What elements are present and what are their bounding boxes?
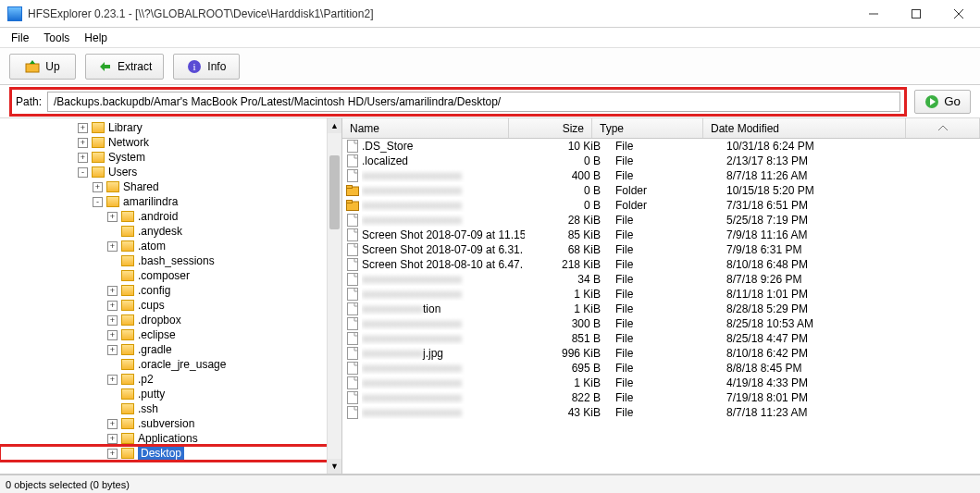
go-icon (924, 94, 939, 109)
tree-node[interactable]: .oracle_jre_usage (0, 357, 341, 372)
table-row[interactable]: xxxxxxxxxxxxxxxxxx34 BFile8/7/18 9:26 PM (342, 272, 980, 287)
tree-node[interactable]: .putty (0, 387, 341, 401)
table-row[interactable]: xxxxxxxxxxxxxxxxxx0 BFolder10/15/18 5:20… (342, 183, 980, 198)
maximize-icon (912, 9, 921, 18)
expand-icon[interactable]: + (107, 419, 118, 429)
table-row[interactable]: .localized0 BFile2/13/17 8:13 PM (342, 154, 980, 168)
tree-node[interactable]: +.p2 (0, 372, 341, 387)
folder-icon (121, 211, 134, 222)
expand-icon[interactable]: + (78, 138, 88, 148)
column-sort-indicator[interactable] (906, 118, 980, 138)
tree-node[interactable]: -Users (0, 165, 341, 179)
table-row[interactable]: Screen Shot 2018-08-10 at 6.47.218 KiBFi… (342, 257, 980, 272)
table-row[interactable]: xxxxxxxxxxxj.jpg996 KiBFile8/10/18 6:42 … (342, 346, 980, 361)
file-date: 7/31/18 6:51 PM (719, 199, 980, 212)
expand-icon[interactable]: + (93, 182, 103, 192)
go-button[interactable]: Go (914, 90, 971, 114)
file-name: xxxxxxxxxxxxxxxxxx (362, 214, 525, 227)
tree-node[interactable]: -amarilindra (0, 194, 341, 209)
table-row[interactable]: xxxxxxxxxxxxxxxxxx1 KiBFile8/11/18 1:01 … (342, 287, 980, 302)
table-row[interactable]: xxxxxxxxxxxxxxxxxx851 BFile8/25/18 4:47 … (342, 331, 980, 346)
expand-icon[interactable]: + (107, 241, 118, 252)
path-highlight-annotation: Path: (9, 87, 907, 117)
expand-icon[interactable]: + (107, 212, 118, 222)
tree-node[interactable]: +Desktop (0, 446, 341, 461)
table-row[interactable]: xxxxxxxxxxxxxxxxxx28 KiBFile5/25/18 7:19… (342, 213, 980, 228)
up-icon (25, 59, 40, 74)
scroll-thumb[interactable] (329, 155, 340, 229)
tree-node[interactable]: +Network (0, 135, 341, 150)
tree-node[interactable]: .anydesk (0, 224, 341, 239)
tree-node[interactable]: +.dropbox (0, 313, 341, 327)
tree-node[interactable]: +.eclipse (0, 327, 341, 342)
tree-scrollbar[interactable]: ▲ ▼ (327, 118, 341, 474)
close-button[interactable] (937, 0, 980, 28)
app-icon (7, 6, 22, 21)
expand-icon[interactable]: + (107, 449, 118, 459)
table-row[interactable]: Screen Shot 2018-07-09 at 11.1585 KiBFil… (342, 228, 980, 242)
file-type: File (608, 288, 719, 301)
menu-tools[interactable]: Tools (38, 30, 75, 46)
tree-node-label: .dropbox (138, 314, 181, 327)
menu-file[interactable]: File (6, 30, 34, 46)
table-row[interactable]: xxxxxxxxxxxxxxxxxx695 BFile8/8/18 8:45 P… (342, 361, 980, 376)
scroll-up-icon[interactable]: ▲ (328, 118, 341, 133)
tree-node[interactable]: +.atom (0, 239, 341, 253)
file-size: 34 B (525, 273, 608, 286)
table-row[interactable]: xxxxxxxxxxxxxxxxxx400 BFile8/7/18 11:26 … (342, 168, 980, 183)
tree-node[interactable]: .ssh (0, 401, 341, 416)
collapse-icon[interactable]: - (93, 197, 103, 207)
expand-icon[interactable]: + (107, 345, 118, 355)
folder-tree[interactable]: ▲ ▼ +Library+Network+System-Users+Shared… (0, 118, 342, 474)
table-row[interactable]: xxxxxxxxxxxtion1 KiBFile8/28/18 5:29 PM (342, 302, 980, 316)
tree-node[interactable]: +.android (0, 209, 341, 224)
tree-node-label: .gradle (138, 343, 172, 356)
svg-rect-15 (347, 186, 353, 189)
file-type: Folder (608, 184, 719, 197)
up-button[interactable]: Up (9, 54, 76, 80)
file-date: 8/28/18 5:29 PM (719, 302, 980, 315)
expand-icon[interactable]: + (107, 434, 118, 444)
tree-node[interactable]: +.cups (0, 298, 341, 313)
maximize-button[interactable] (895, 0, 937, 28)
tree-node-label: .anydesk (138, 225, 182, 238)
column-type[interactable]: Type (592, 118, 703, 138)
table-row[interactable]: xxxxxxxxxxxxxxxxxx0 BFolder7/31/18 6:51 … (342, 198, 980, 213)
table-row[interactable]: xxxxxxxxxxxxxxxxxx300 BFile8/25/18 10:53… (342, 316, 980, 331)
path-input[interactable] (47, 92, 900, 112)
tree-node[interactable]: .composer (0, 268, 341, 283)
scroll-down-icon[interactable]: ▼ (328, 459, 341, 474)
column-size[interactable]: Size (509, 118, 592, 138)
tree-node[interactable]: +Library (0, 120, 341, 135)
tree-node[interactable]: +.config (0, 283, 341, 298)
column-name[interactable]: Name (342, 118, 509, 138)
extract-button[interactable]: Extract (85, 54, 164, 80)
expand-icon[interactable]: + (107, 330, 118, 340)
tree-node[interactable]: +Applications (0, 431, 341, 446)
expand-icon[interactable]: + (107, 315, 118, 326)
expand-icon[interactable]: + (78, 153, 88, 163)
collapse-icon[interactable]: - (78, 167, 88, 178)
expand-icon[interactable]: + (78, 123, 88, 133)
tree-node[interactable]: +.subversion (0, 416, 341, 431)
table-row[interactable]: xxxxxxxxxxxxxxxxxx43 KiBFile8/7/18 11:23… (342, 405, 980, 420)
tree-node[interactable]: +System (0, 150, 341, 165)
main-split: ▲ ▼ +Library+Network+System-Users+Shared… (0, 118, 980, 475)
table-row[interactable]: Screen Shot 2018-07-09 at 6.31.68 KiBFil… (342, 242, 980, 257)
expand-icon[interactable]: + (107, 286, 118, 296)
tree-node[interactable]: .bash_sessions (0, 253, 341, 268)
table-row[interactable]: xxxxxxxxxxxxxxxxxx1 KiBFile4/19/18 4:33 … (342, 376, 980, 390)
expand-icon[interactable]: + (107, 301, 118, 311)
file-rows[interactable]: .DS_Store10 KiBFile10/31/18 6:24 PM.loca… (342, 139, 980, 474)
info-button[interactable]: i Info (173, 54, 240, 80)
file-size: 10 KiB (525, 140, 608, 153)
minimize-button[interactable] (852, 0, 895, 28)
expand-icon[interactable]: + (107, 375, 118, 385)
file-date: 7/9/18 11:16 AM (719, 228, 980, 241)
tree-node[interactable]: +Shared (0, 179, 341, 194)
table-row[interactable]: xxxxxxxxxxxxxxxxxx822 BFile7/19/18 8:01 … (342, 390, 980, 405)
table-row[interactable]: .DS_Store10 KiBFile10/31/18 6:24 PM (342, 139, 980, 154)
menu-help[interactable]: Help (79, 30, 113, 46)
column-date[interactable]: Date Modified (703, 118, 906, 138)
tree-node[interactable]: +.gradle (0, 342, 341, 357)
